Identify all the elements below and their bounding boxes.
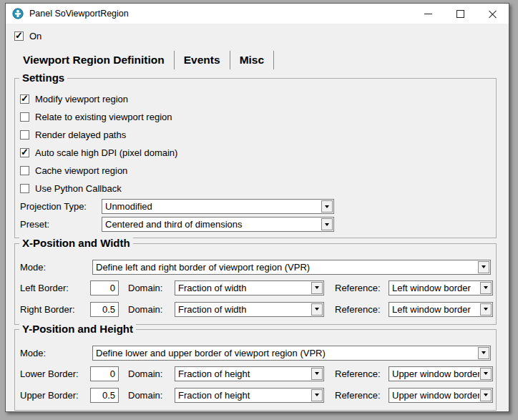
checkbox-label: Render delayed paths: [35, 130, 126, 140]
x-mode-row: Mode: Define left and right border of vi…: [20, 257, 493, 277]
reference-value: Left window border: [389, 304, 479, 315]
preset-select[interactable]: Centered and third of dimensions: [102, 217, 334, 232]
x-mode-select[interactable]: Define left and right border of viewport…: [92, 260, 491, 275]
left-border-row: Left Border: Domain: Fraction of width R…: [20, 277, 493, 298]
chevron-down-icon[interactable]: [478, 261, 489, 273]
domain-value: Fraction of height: [175, 368, 311, 379]
reference-value: Upper window border: [389, 368, 479, 379]
projection-type-value: Unmodified: [102, 201, 321, 212]
right-border-domain-select[interactable]: Fraction of width: [175, 302, 324, 317]
domain-label: Domain:: [128, 304, 175, 315]
tab-bar: Viewport Region Definition Events Misc: [14, 51, 497, 69]
relate-existing-checkbox[interactable]: [20, 112, 29, 122]
reference-label: Reference:: [335, 283, 388, 293]
close-button[interactable]: [477, 4, 509, 24]
checkbox-row-cache-viewport-region[interactable]: Cache viewport region: [20, 162, 493, 180]
tab-events[interactable]: Events: [175, 51, 230, 69]
y-mode-select[interactable]: Define lower and upper border of viewpor…: [92, 346, 491, 361]
left-border-domain-select[interactable]: Fraction of width: [175, 280, 324, 296]
dialog-body: On Viewport Region Definition Events Mis…: [6, 30, 509, 411]
modify-viewport-region-checkbox[interactable]: [20, 94, 29, 104]
upper-border-label: Upper Border:: [20, 390, 90, 401]
projection-type-row: Projection Type: Unmodified: [20, 197, 493, 215]
tab-misc[interactable]: Misc: [230, 51, 274, 69]
left-border-input[interactable]: [90, 280, 119, 296]
settings-group: Settings Modify viewport region Relate t…: [14, 78, 497, 238]
projection-type-select[interactable]: Unmodified: [102, 199, 334, 214]
upper-border-domain-select[interactable]: Fraction of height: [175, 388, 324, 403]
chevron-down-icon[interactable]: [311, 282, 323, 294]
chevron-down-icon[interactable]: [311, 389, 323, 401]
checkbox-label: Auto scale high DPI (pixel domain): [35, 147, 177, 158]
chevron-down-icon[interactable]: [480, 303, 492, 316]
app-icon: [12, 8, 24, 19]
right-border-label: Right Border:: [20, 304, 90, 315]
y-mode-value: Define lower and upper border of viewpor…: [93, 348, 477, 358]
x-mode-value: Define left and right border of viewport…: [93, 262, 477, 273]
x-mode-label: Mode:: [20, 262, 92, 273]
maximize-button[interactable]: [444, 4, 477, 24]
y-position-group: Y-Position and Height Mode: Define lower…: [14, 329, 497, 411]
on-label: On: [29, 31, 41, 41]
chevron-down-icon[interactable]: [480, 389, 492, 401]
on-toggle-row[interactable]: On: [14, 30, 497, 41]
y-position-group-title: Y-Position and Height: [19, 323, 136, 335]
preset-row: Preset: Centered and third of dimensions: [20, 215, 493, 233]
titlebar[interactable]: Panel SoViewportRegion: [6, 4, 509, 24]
domain-label: Domain:: [128, 368, 175, 379]
preset-label: Preset:: [20, 219, 102, 230]
lower-border-domain-select[interactable]: Fraction of height: [175, 366, 324, 381]
chevron-down-icon[interactable]: [311, 368, 323, 380]
render-delayed-paths-checkbox[interactable]: [20, 130, 29, 140]
right-border-input[interactable]: [90, 302, 119, 317]
domain-value: Fraction of height: [175, 390, 311, 401]
projection-type-label: Projection Type:: [20, 201, 102, 212]
x-position-group: X-Position and Width Mode: Define left a…: [14, 243, 497, 325]
y-mode-label: Mode:: [20, 348, 92, 358]
domain-label: Domain:: [128, 390, 175, 401]
reference-label: Reference:: [335, 390, 388, 401]
chevron-down-icon[interactable]: [478, 347, 489, 359]
auto-scale-dpi-checkbox[interactable]: [20, 148, 29, 157]
reference-value: Upper window border: [389, 390, 479, 401]
lower-border-label: Lower Border:: [20, 368, 90, 379]
tab-viewport-region-definition[interactable]: Viewport Region Definition: [14, 51, 175, 69]
preset-value: Centered and third of dimensions: [102, 219, 321, 230]
chevron-down-icon[interactable]: [480, 368, 492, 380]
reference-value: Left window border: [389, 283, 479, 293]
checkbox-row-use-python-callback[interactable]: Use Python Callback: [20, 180, 493, 197]
chevron-down-icon[interactable]: [321, 200, 333, 213]
chevron-down-icon[interactable]: [480, 282, 492, 294]
domain-value: Fraction of width: [175, 283, 311, 293]
minimize-icon: [424, 14, 432, 14]
checkbox-row-relate-existing[interactable]: Relate to existing viewport region: [20, 108, 493, 126]
chevron-down-icon[interactable]: [321, 218, 333, 230]
checkbox-row-modify-viewport-region[interactable]: Modify viewport region: [20, 90, 493, 108]
lower-border-input[interactable]: [90, 366, 119, 381]
x-position-group-title: X-Position and Width: [19, 237, 133, 249]
upper-border-reference-select[interactable]: Upper window border: [388, 388, 493, 403]
checkbox-row-render-delayed-paths[interactable]: Render delayed paths: [20, 126, 493, 144]
right-border-row: Right Border: Domain: Fraction of width …: [20, 298, 493, 320]
right-border-reference-select[interactable]: Left window border: [388, 302, 493, 317]
domain-label: Domain:: [128, 283, 175, 293]
maximize-icon: [456, 10, 464, 18]
cache-viewport-region-checkbox[interactable]: [20, 166, 29, 175]
checkbox-label: Modify viewport region: [35, 94, 128, 104]
on-checkbox[interactable]: [14, 31, 24, 41]
panel-window: Panel SoViewportRegion On Viewport Regio…: [5, 3, 509, 412]
domain-value: Fraction of width: [175, 304, 311, 315]
chevron-down-icon[interactable]: [311, 303, 323, 316]
checkbox-row-auto-scale-dpi[interactable]: Auto scale high DPI (pixel domain): [20, 144, 493, 162]
upper-border-input[interactable]: [90, 388, 119, 403]
left-border-reference-select[interactable]: Left window border: [388, 280, 493, 296]
desktop-backdrop: Panel SoViewportRegion On Viewport Regio…: [0, 0, 518, 420]
left-border-label: Left Border:: [20, 283, 90, 293]
checkbox-label: Relate to existing viewport region: [35, 112, 172, 122]
checkbox-label: Cache viewport region: [35, 165, 127, 176]
use-python-callback-checkbox[interactable]: [20, 184, 29, 193]
lower-border-reference-select[interactable]: Upper window border: [388, 366, 493, 381]
close-icon: [489, 10, 497, 18]
minimize-button[interactable]: [412, 4, 444, 24]
reference-label: Reference:: [335, 368, 388, 379]
